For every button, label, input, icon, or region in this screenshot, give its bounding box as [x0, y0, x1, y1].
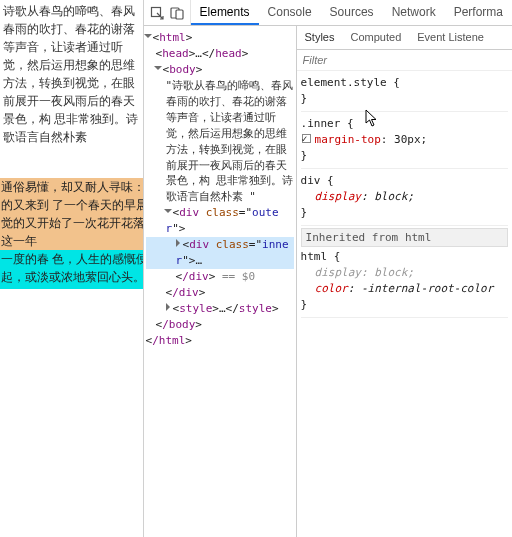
tab-elements[interactable]: Elements: [191, 0, 259, 25]
prop-color-html[interactable]: color: -internal-root-color: [301, 281, 508, 297]
inner-div: 通俗易懂，却又耐人寻味：不知不觉的又来到 了一个春天的早晨，不知不觉的又开始了一…: [0, 178, 143, 250]
devtools: Elements Console Sources Network Perform…: [143, 0, 512, 537]
outer-rest-text: 一度的春 色，人生的感慨便会油然而起，或淡或浓地萦回心头。: [0, 250, 143, 289]
svg-rect-2: [176, 10, 183, 19]
devtools-body: <html> <head>…</head> <body> "诗歌从春鸟的啼鸣、春…: [144, 26, 512, 537]
prop-margin-top[interactable]: margin-top: 30px;: [301, 132, 508, 148]
tab-sources[interactable]: Sources: [321, 0, 383, 25]
dom-style[interactable]: <style>…</style>: [146, 301, 294, 317]
rendered-page: 诗歌从春鸟的啼鸣、春风春雨的吹打、春花的谢落等声音，让读者通过听觉，然后运用想象…: [0, 0, 143, 537]
rule-inner[interactable]: .inner { margin-top: 30px; }: [301, 114, 508, 169]
styles-panel: Styles Computed Event Listene element.st…: [297, 26, 512, 537]
dom-text-node[interactable]: "诗歌从春鸟的啼鸣、春风春雨的吹打、春花的谢落等声音，让读者通过听觉，然后运用想…: [146, 78, 294, 206]
rule-div[interactable]: div { display: block; }: [301, 171, 508, 226]
inherited-from-bar: Inherited from html: [301, 228, 508, 248]
prop-checkbox[interactable]: [302, 134, 311, 143]
rule-html[interactable]: html { display: block; color: -internal-…: [301, 247, 508, 318]
prop-display-div[interactable]: display: block;: [301, 189, 508, 205]
dom-html-open[interactable]: <html>: [146, 30, 294, 46]
tab-network[interactable]: Network: [383, 0, 445, 25]
dom-inner-close[interactable]: </div> == $0: [146, 269, 294, 285]
page-paragraph: 诗歌从春鸟的啼鸣、春风春雨的吹打、春花的谢落等声音，让读者通过听觉，然后运用想象…: [0, 0, 143, 148]
dom-outer-open[interactable]: <div class="outer">: [146, 205, 294, 237]
styles-rules[interactable]: element.style {} .inner { margin-top: 30…: [297, 71, 512, 537]
styles-filter-row: [297, 50, 512, 71]
styles-tabbar: Styles Computed Event Listene: [297, 26, 512, 50]
devtools-tabbar: Elements Console Sources Network Perform…: [144, 0, 512, 26]
prop-display-html[interactable]: display: block;: [301, 265, 508, 281]
device-toggle-icon[interactable]: [170, 6, 184, 20]
inspect-icon[interactable]: [150, 6, 164, 20]
dom-inner-selected[interactable]: <div class="inner">…: [146, 237, 294, 269]
dom-html-close[interactable]: </html>: [146, 333, 294, 349]
elements-panel[interactable]: <html> <head>…</head> <body> "诗歌从春鸟的啼鸣、春…: [144, 26, 297, 537]
styles-tab-computed[interactable]: Computed: [343, 26, 410, 49]
tab-console[interactable]: Console: [259, 0, 321, 25]
outer-div: 通俗易懂，却又耐人寻味：不知不觉的又来到 了一个春天的早晨，不知不觉的又开始了一…: [0, 178, 143, 289]
dom-head[interactable]: <head>…</head>: [146, 46, 294, 62]
dom-body-open[interactable]: <body>: [146, 62, 294, 78]
styles-filter-input[interactable]: [297, 50, 512, 70]
styles-tab-eventlisteners[interactable]: Event Listene: [409, 26, 492, 49]
devtools-toolbar-icons: [144, 0, 191, 25]
rule-element-style[interactable]: element.style {}: [301, 73, 508, 112]
dom-body-close[interactable]: </body>: [146, 317, 294, 333]
app-root: 诗歌从春鸟的啼鸣、春风春雨的吹打、春花的谢落等声音，让读者通过听觉，然后运用想象…: [0, 0, 512, 537]
styles-tab-styles[interactable]: Styles: [297, 26, 343, 49]
dom-outer-close[interactable]: </div>: [146, 285, 294, 301]
tab-performance[interactable]: Performa: [445, 0, 512, 25]
